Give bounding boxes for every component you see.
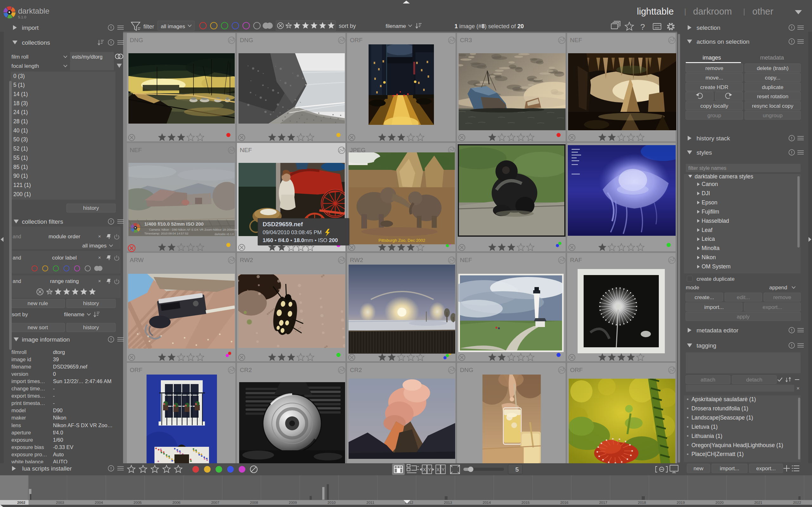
svg-text:remove: remove (705, 65, 723, 71)
svg-text:and: and (13, 255, 21, 261)
svg-text:Canon: Canon (702, 181, 718, 187)
svg-text:create duplicate: create duplicate (697, 276, 734, 282)
svg-text:import times…: import times… (11, 378, 45, 384)
svg-text:detach: detach (746, 377, 762, 383)
svg-text:-: - (53, 386, 55, 391)
svg-text:Epson: Epson (702, 199, 717, 206)
svg-text:2018: 2018 (638, 501, 646, 504)
svg-text:darktable: darktable (18, 7, 49, 15)
svg-text:image id: image id (11, 356, 31, 362)
svg-text:DNG: DNG (240, 37, 253, 43)
svg-text:Auto: Auto (53, 452, 64, 457)
svg-text:0 (3): 0 (3) (13, 73, 25, 79)
svg-text:image information: image information (22, 336, 70, 343)
svg-text:copy locally: copy locally (700, 103, 728, 109)
svg-text:2016: 2016 (560, 501, 568, 504)
svg-text:ungroup: ungroup (763, 112, 782, 118)
svg-text:film roll: film roll (11, 54, 29, 60)
svg-text:sort by: sort by (12, 312, 28, 318)
svg-text:2015: 2015 (521, 501, 530, 504)
svg-text:create...: create... (695, 294, 714, 300)
svg-text:edit...: edit... (737, 294, 750, 300)
svg-text:2020: 2020 (716, 501, 724, 504)
svg-text:copy...: copy... (765, 75, 780, 81)
svg-text:|: | (684, 7, 686, 15)
svg-text:×: × (98, 278, 101, 284)
svg-text:2006: 2006 (172, 501, 181, 504)
svg-text:?: ? (641, 22, 645, 32)
svg-text:Landscape|Seascape (1): Landscape|Seascape (1) (692, 414, 753, 421)
svg-text:Sun 12/22/… 2:47:46 AM: Sun 12/22/… 2:47:46 AM (53, 378, 111, 384)
svg-text:filename: filename (11, 364, 31, 370)
svg-text:24 (1): 24 (1) (13, 109, 28, 115)
svg-text:metadata: metadata (760, 55, 784, 61)
svg-text:NEF: NEF (240, 147, 252, 153)
svg-text:2010: 2010 (328, 501, 336, 504)
svg-text:JPEG: JPEG (350, 147, 366, 153)
svg-text:import...: import... (720, 465, 739, 471)
svg-text:export...: export... (756, 465, 775, 471)
svg-text:lens: lens (11, 422, 21, 428)
svg-text:0: 0 (53, 371, 56, 377)
svg-text:85 (1): 85 (1) (13, 164, 28, 170)
svg-text:filter style names: filter style names (688, 165, 726, 171)
svg-text:09/04/2010 03:08:45 PM: 09/04/2010 03:08:45 PM (263, 229, 322, 235)
svg-text:Drosera rotundifolia (1): Drosera rotundifolia (1) (692, 405, 748, 412)
svg-text:DJI: DJI (702, 190, 710, 196)
svg-text:images: images (703, 55, 721, 61)
svg-text:CR3: CR3 (460, 37, 472, 43)
svg-text:14 (1): 14 (1) (13, 91, 28, 97)
svg-text:Fujifilm: Fujifilm (702, 209, 719, 215)
svg-text:selection: selection (697, 24, 720, 31)
svg-text:delete (trash): delete (trash) (757, 65, 789, 71)
svg-text:2007: 2007 (211, 501, 219, 504)
svg-text:move...: move... (705, 75, 723, 81)
svg-text:2002: 2002 (17, 501, 26, 504)
svg-text:apply: apply (737, 314, 750, 320)
svg-text:28 (1): 28 (1) (13, 118, 28, 124)
svg-text:200 (1): 200 (1) (13, 191, 31, 198)
svg-text:NEF: NEF (130, 147, 142, 153)
svg-text:|: | (743, 7, 745, 15)
svg-text:5.1.0: 5.1.0 (18, 15, 26, 19)
svg-text:remove: remove (773, 294, 792, 300)
svg-text:Lietuva (1): Lietuva (1) (692, 424, 718, 430)
svg-text:Hasselblad: Hasselblad (702, 218, 729, 224)
svg-text:50 (3): 50 (3) (13, 136, 28, 143)
svg-text:5: 5 (515, 466, 519, 473)
svg-text:exposure: exposure (11, 437, 33, 443)
svg-text:import...: import... (704, 304, 723, 310)
svg-text:collections: collections (22, 39, 50, 46)
svg-text:new rule: new rule (28, 300, 48, 306)
svg-text:39: 39 (53, 356, 59, 362)
svg-text:print timesta…: print timesta… (11, 400, 45, 406)
svg-text:module order: module order (49, 233, 81, 239)
svg-text:2011: 2011 (366, 501, 374, 504)
svg-text:range rating: range rating (50, 278, 79, 284)
svg-text:RW2: RW2 (350, 257, 363, 263)
svg-text:Place|CH|Zermatt (1): Place|CH|Zermatt (1) (692, 451, 744, 457)
svg-text:darktable v5.1.0: darktable v5.1.0 (215, 233, 234, 236)
svg-text:Pittsburgh Zoo, Dec 2002: Pittsburgh Zoo, Dec 2002 (378, 238, 425, 243)
svg-text:Y: Y (442, 467, 445, 472)
svg-text:exposure bias: exposure bias (11, 444, 44, 450)
svg-text:DSD29659.nef: DSD29659.nef (263, 221, 303, 228)
svg-text:history stack: history stack (697, 135, 730, 142)
svg-text:exposure pro…: exposure pro… (11, 452, 47, 457)
svg-text:ORF: ORF (570, 367, 583, 373)
svg-text:DNG: DNG (460, 367, 473, 373)
svg-text:sort by: sort by (339, 23, 356, 29)
svg-text:Leaf: Leaf (702, 227, 712, 233)
svg-text:all images: all images (82, 243, 107, 249)
svg-text:52 (1): 52 (1) (13, 146, 28, 152)
svg-text:Timestamp: 2010:09:04 14:57:52: Timestamp: 2010:09:04 14:57:52 (144, 232, 189, 235)
svg-text:ORF: ORF (350, 37, 362, 43)
svg-text:121 (1): 121 (1) (13, 182, 31, 188)
svg-text:18 (3): 18 (3) (13, 100, 28, 107)
svg-text:attach: attach (701, 377, 715, 383)
svg-text:mode: mode (686, 285, 699, 291)
svg-text:and: and (13, 279, 21, 284)
svg-text:Lithuania (1): Lithuania (1) (692, 433, 722, 439)
svg-text:new sort: new sort (28, 325, 48, 331)
svg-text:2009: 2009 (289, 501, 297, 504)
